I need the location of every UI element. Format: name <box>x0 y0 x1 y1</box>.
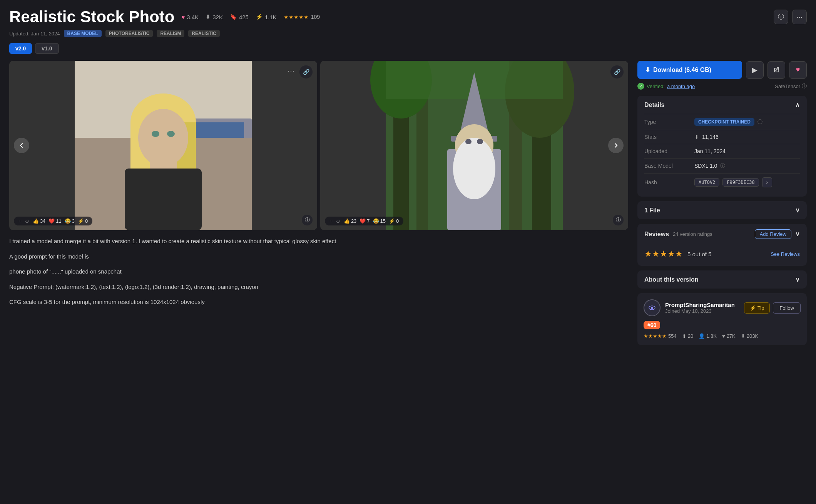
page-title: Realistic Stock Photo <box>9 8 174 26</box>
hash-expand-button[interactable]: › <box>762 177 772 187</box>
gallery-link-icon-1[interactable]: 🔗 <box>299 65 313 78</box>
tip-icon: ⚡ <box>750 305 756 311</box>
info-button[interactable]: ⓘ <box>774 10 788 24</box>
follow-button[interactable]: Follow <box>773 302 801 314</box>
add-reaction-icon-2[interactable]: + <box>329 218 333 224</box>
hash-value: AUTOV2 F99F3DEC38 › <box>694 177 772 187</box>
gallery-prev-button[interactable] <box>14 138 29 153</box>
add-review-button[interactable]: Add Review <box>755 229 791 239</box>
creator-downloads-stat: ⬇ 203K <box>741 333 758 339</box>
tag-realistic[interactable]: REALISTIC <box>188 30 219 37</box>
download-row: ⬇ Download (6.46 GB) ▶ ♥ <box>637 61 807 79</box>
gallery-link-icon-2[interactable]: 🔗 <box>610 65 624 78</box>
verified-row: ✓ Verified: a month ago SafeTensor ⓘ <box>637 83 807 90</box>
desc-line-2: A good prompt for this model is <box>9 252 628 262</box>
thumbs-up-reaction-2[interactable]: 👍 23 <box>344 218 356 224</box>
safe-tensor-info-icon[interactable]: ⓘ <box>802 83 807 90</box>
add-emoji-icon-2[interactable]: ☺ <box>336 218 341 224</box>
detail-hash-row: Hash AUTOV2 F99F3DEC38 › <box>644 173 800 191</box>
desc-line-5: CFG scale is 3-5 for the prompt, minimum… <box>9 297 628 307</box>
heart-reaction-1[interactable]: ❤️ 11 <box>48 218 61 224</box>
add-emoji-icon[interactable]: ☺ <box>25 218 30 224</box>
creator-rating-stat: ★★★★★ 554 <box>644 333 677 339</box>
model-description: I trained a model and merge it a bit wit… <box>9 236 628 307</box>
reaction-bar-1: + ☺ 👍 34 ❤️ 11 😂 3 <box>14 217 92 225</box>
creator-followers-stat: 👤 1.8K <box>699 333 717 339</box>
gallery-image-1: ⋯ 🔗 + ☺ 👍 34 ❤️ 11 <box>9 61 317 230</box>
buzz-stat[interactable]: ⚡ 1.1K <box>256 13 277 20</box>
reviews-body: ★★★★★ 5 out of 5 See Reviews <box>637 244 807 266</box>
verified-badge: ✓ Verified: a month ago <box>637 83 695 90</box>
detail-type-row: Type CHECKPOINT TRAINED ⓘ <box>644 114 800 130</box>
laugh-reaction-2[interactable]: 😂 15 <box>373 218 386 224</box>
share-button[interactable] <box>768 61 785 79</box>
svg-point-27 <box>453 138 495 199</box>
creator-avatar <box>644 299 660 316</box>
reviews-chevron-down-icon: ∨ <box>795 230 800 238</box>
detail-base-model-row: Base Model SDXL 1.0 ⓘ <box>644 158 800 173</box>
add-reaction-icon[interactable]: + <box>18 218 22 224</box>
gallery-more-icon[interactable]: ⋯ <box>286 65 296 76</box>
detail-stats-row: Stats ⬇ 11,146 <box>644 130 800 144</box>
base-model-info-icon[interactable]: ⓘ <box>720 162 725 169</box>
about-version-chevron-down-icon: ∨ <box>795 276 800 283</box>
download-button[interactable]: ⬇ Download (6.46 GB) <box>637 61 742 79</box>
svg-point-31 <box>651 307 653 309</box>
svg-rect-13 <box>125 169 202 230</box>
tag-photorealistic[interactable]: PHOTOREALISTIC <box>105 30 153 37</box>
heart-reaction-2[interactable]: ❤️ 7 <box>360 218 370 224</box>
tip-button[interactable]: ⚡ Tip <box>744 302 770 314</box>
see-reviews-link[interactable]: See Reviews <box>771 251 800 257</box>
downloads-stat[interactable]: ⬇ 32K <box>206 13 223 20</box>
desc-line-1: I trained a model and merge it a bit wit… <box>9 236 628 246</box>
creator-name[interactable]: PromptSharingSamaritan <box>665 302 739 308</box>
desc-line-4: Negative Prompt: (watermark:1.2), (text:… <box>9 282 628 292</box>
upload-icon: ⬆ <box>682 333 686 339</box>
favorite-button[interactable]: ♥ <box>789 61 807 79</box>
creator-card: PromptSharingSamaritan Joined May 10, 20… <box>637 293 807 345</box>
detail-uploaded-row: Uploaded Jan 11, 2024 <box>644 144 800 158</box>
details-body: Type CHECKPOINT TRAINED ⓘ Stats ⬇ 11,146 <box>637 114 807 197</box>
tag-realism[interactable]: REALISM <box>157 30 184 37</box>
more-button[interactable]: ⋯ <box>792 10 807 24</box>
version-v2-button[interactable]: v2.0 <box>9 43 32 54</box>
heart-icon: ♥ <box>181 14 185 20</box>
files-chevron-down-icon: ∨ <box>795 207 800 214</box>
details-header[interactable]: Details ∧ <box>637 96 807 114</box>
thumbs-up-reaction-1[interactable]: 👍 34 <box>33 218 45 224</box>
updated-text: Updated: Jan 11, 2024 <box>9 31 60 37</box>
followers-icon: 👤 <box>699 333 705 339</box>
files-header[interactable]: 1 File ∨ <box>637 201 807 219</box>
laugh-reaction-1[interactable]: 😂 3 <box>65 218 75 224</box>
gallery-image-2: 🔗 + ☺ 👍 23 ❤️ 7 � <box>320 61 628 230</box>
svg-point-29 <box>477 139 483 144</box>
reaction-bar-2: + ☺ 👍 23 ❤️ 7 😂 15 <box>325 217 403 225</box>
rating-stars: ★★★★★ 5 out of 5 See Reviews <box>644 246 800 260</box>
version-v1-button[interactable]: v1.0 <box>35 43 59 54</box>
likes-stat[interactable]: ♥ 3.4K <box>181 14 199 20</box>
bolt-reaction-2[interactable]: ⚡ 0 <box>389 218 399 224</box>
type-info-icon[interactable]: ⓘ <box>757 118 762 125</box>
bolt-reaction-1[interactable]: ⚡ 0 <box>78 218 88 224</box>
about-version-header[interactable]: About this version ∨ <box>637 270 807 289</box>
likes-icon: ♥ <box>722 333 725 339</box>
tag-base-model[interactable]: BASE MODEL <box>64 30 102 37</box>
creator-info: PromptSharingSamaritan Joined May 10, 20… <box>665 302 739 314</box>
creator-uploads-stat: ⬆ 20 <box>682 333 693 339</box>
bookmarks-stat[interactable]: 🔖 425 <box>230 13 249 20</box>
type-value: CHECKPOINT TRAINED ⓘ <box>694 118 762 126</box>
gallery-info-icon-1[interactable]: ⓘ <box>302 215 313 225</box>
creator-stats: ★★★★★ 554 ⬆ 20 👤 1.8K ♥ 27K <box>644 333 801 339</box>
verified-check-icon: ✓ <box>637 83 644 90</box>
gallery-info-icon-2[interactable]: ⓘ <box>613 215 624 225</box>
version-selector: v2.0 v1.0 <box>9 43 807 54</box>
verified-time-link[interactable]: a month ago <box>667 83 695 89</box>
play-button[interactable]: ▶ <box>746 61 764 79</box>
reviews-header[interactable]: Reviews 24 version ratings Add Review ∨ <box>637 224 807 244</box>
gallery-next-button[interactable] <box>608 138 624 153</box>
stats-value: ⬇ 11,146 <box>694 134 719 140</box>
download-icon: ⬇ <box>206 13 211 20</box>
svg-point-28 <box>465 139 472 144</box>
meta-row: Updated: Jan 11, 2024 BASE MODEL PHOTORE… <box>9 30 807 37</box>
reviews-section: Reviews 24 version ratings Add Review ∨ … <box>637 224 807 266</box>
